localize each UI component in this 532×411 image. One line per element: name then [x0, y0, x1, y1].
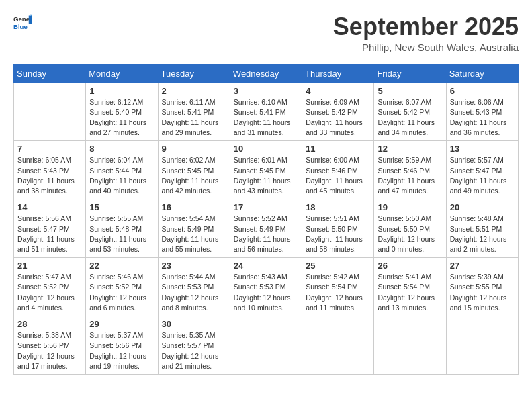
day-number: 13: [450, 144, 515, 154]
day-number: 29: [89, 319, 154, 329]
day-cell: 2Sunrise: 6:11 AMSunset: 5:41 PMDaylight…: [158, 83, 230, 141]
day-number: 4: [306, 86, 370, 96]
col-header-sunday: Sunday: [14, 64, 86, 83]
col-header-tuesday: Tuesday: [158, 64, 230, 83]
day-cell: 11Sunrise: 6:00 AMSunset: 5:46 PMDayligh…: [302, 141, 374, 199]
day-cell: 20Sunrise: 5:48 AMSunset: 5:51 PMDayligh…: [446, 199, 518, 258]
day-cell: 22Sunrise: 5:46 AMSunset: 5:52 PMDayligh…: [86, 258, 158, 316]
day-info: Sunrise: 6:02 AMSunset: 5:45 PMDaylight:…: [162, 155, 226, 196]
day-cell: 28Sunrise: 5:38 AMSunset: 5:56 PMDayligh…: [14, 316, 86, 375]
day-info: Sunrise: 5:35 AMSunset: 5:57 PMDaylight:…: [162, 330, 226, 371]
day-info: Sunrise: 5:50 AMSunset: 5:50 PMDaylight:…: [378, 214, 442, 255]
day-cell: 13Sunrise: 5:57 AMSunset: 5:47 PMDayligh…: [446, 141, 518, 199]
day-info: Sunrise: 6:00 AMSunset: 5:46 PMDaylight:…: [306, 155, 370, 196]
day-info: Sunrise: 6:12 AMSunset: 5:40 PMDaylight:…: [89, 97, 154, 138]
col-header-wednesday: Wednesday: [230, 64, 302, 83]
day-info: Sunrise: 6:06 AMSunset: 5:43 PMDaylight:…: [450, 97, 515, 138]
day-cell: [446, 316, 518, 375]
day-number: 2: [162, 86, 226, 96]
day-cell: 27Sunrise: 5:39 AMSunset: 5:55 PMDayligh…: [446, 258, 518, 316]
day-cell: [374, 316, 446, 375]
day-info: Sunrise: 6:04 AMSunset: 5:44 PMDaylight:…: [89, 155, 154, 196]
day-number: 24: [234, 261, 298, 271]
day-number: 26: [378, 261, 442, 271]
col-header-saturday: Saturday: [446, 64, 518, 83]
day-info: Sunrise: 5:46 AMSunset: 5:52 PMDaylight:…: [89, 272, 154, 313]
day-number: 16: [162, 202, 226, 212]
day-cell: 26Sunrise: 5:41 AMSunset: 5:54 PMDayligh…: [374, 258, 446, 316]
day-info: Sunrise: 6:10 AMSunset: 5:41 PMDaylight:…: [234, 97, 298, 138]
day-number: 9: [162, 144, 226, 154]
week-row-2: 7Sunrise: 6:05 AMSunset: 5:43 PMDaylight…: [14, 141, 519, 199]
day-cell: 10Sunrise: 6:01 AMSunset: 5:45 PMDayligh…: [230, 141, 302, 199]
day-number: 8: [89, 144, 154, 154]
day-cell: 18Sunrise: 5:51 AMSunset: 5:50 PMDayligh…: [302, 199, 374, 258]
day-cell: 16Sunrise: 5:54 AMSunset: 5:49 PMDayligh…: [158, 199, 230, 258]
day-info: Sunrise: 5:51 AMSunset: 5:50 PMDaylight:…: [306, 214, 370, 255]
day-cell: 25Sunrise: 5:42 AMSunset: 5:54 PMDayligh…: [302, 258, 374, 316]
day-cell: 15Sunrise: 5:55 AMSunset: 5:48 PMDayligh…: [86, 199, 158, 258]
week-row-4: 21Sunrise: 5:47 AMSunset: 5:52 PMDayligh…: [14, 258, 519, 316]
day-info: Sunrise: 5:48 AMSunset: 5:51 PMDaylight:…: [450, 214, 515, 255]
day-cell: 8Sunrise: 6:04 AMSunset: 5:44 PMDaylight…: [86, 141, 158, 199]
day-info: Sunrise: 5:47 AMSunset: 5:52 PMDaylight:…: [17, 272, 82, 313]
col-header-thursday: Thursday: [302, 64, 374, 83]
day-info: Sunrise: 6:01 AMSunset: 5:45 PMDaylight:…: [234, 155, 298, 196]
day-info: Sunrise: 5:37 AMSunset: 5:56 PMDaylight:…: [89, 330, 154, 371]
day-cell: 12Sunrise: 5:59 AMSunset: 5:46 PMDayligh…: [374, 141, 446, 199]
col-header-friday: Friday: [374, 64, 446, 83]
day-number: 18: [306, 202, 370, 212]
header-row: SundayMondayTuesdayWednesdayThursdayFrid…: [14, 64, 519, 83]
day-info: Sunrise: 6:05 AMSunset: 5:43 PMDaylight:…: [17, 155, 82, 196]
day-number: 5: [378, 86, 442, 96]
col-header-monday: Monday: [86, 64, 158, 83]
day-number: 1: [89, 86, 154, 96]
day-number: 20: [450, 202, 515, 212]
title-area: September 2025 Phillip, New South Wales,…: [333, 13, 519, 53]
day-info: Sunrise: 6:07 AMSunset: 5:42 PMDaylight:…: [378, 97, 442, 138]
day-number: 12: [378, 144, 442, 154]
week-row-5: 28Sunrise: 5:38 AMSunset: 5:56 PMDayligh…: [14, 316, 519, 375]
day-info: Sunrise: 5:54 AMSunset: 5:49 PMDaylight:…: [162, 214, 226, 255]
day-info: Sunrise: 5:56 AMSunset: 5:47 PMDaylight:…: [17, 214, 82, 255]
day-cell: 24Sunrise: 5:43 AMSunset: 5:53 PMDayligh…: [230, 258, 302, 316]
logo-icon: General Blue: [13, 13, 32, 32]
day-cell: [230, 316, 302, 375]
day-number: 3: [234, 86, 298, 96]
day-info: Sunrise: 5:41 AMSunset: 5:54 PMDaylight:…: [378, 272, 442, 313]
header: General Blue September 2025 Phillip, New…: [13, 13, 519, 53]
day-info: Sunrise: 5:38 AMSunset: 5:56 PMDaylight:…: [17, 330, 82, 371]
day-cell: 19Sunrise: 5:50 AMSunset: 5:50 PMDayligh…: [374, 199, 446, 258]
day-cell: 29Sunrise: 5:37 AMSunset: 5:56 PMDayligh…: [86, 316, 158, 375]
day-number: 27: [450, 261, 515, 271]
day-cell: 21Sunrise: 5:47 AMSunset: 5:52 PMDayligh…: [14, 258, 86, 316]
day-info: Sunrise: 6:09 AMSunset: 5:42 PMDaylight:…: [306, 97, 370, 138]
day-info: Sunrise: 5:52 AMSunset: 5:49 PMDaylight:…: [234, 214, 298, 255]
day-number: 28: [17, 319, 82, 329]
svg-marker-2: [29, 16, 32, 24]
day-cell: 14Sunrise: 5:56 AMSunset: 5:47 PMDayligh…: [14, 199, 86, 258]
day-info: Sunrise: 5:42 AMSunset: 5:54 PMDaylight:…: [306, 272, 370, 313]
day-info: Sunrise: 5:43 AMSunset: 5:53 PMDaylight:…: [234, 272, 298, 313]
day-cell: 7Sunrise: 6:05 AMSunset: 5:43 PMDaylight…: [14, 141, 86, 199]
day-cell: 5Sunrise: 6:07 AMSunset: 5:42 PMDaylight…: [374, 83, 446, 141]
day-info: Sunrise: 5:39 AMSunset: 5:55 PMDaylight:…: [450, 272, 515, 313]
day-number: 30: [162, 319, 226, 329]
day-cell: 3Sunrise: 6:10 AMSunset: 5:41 PMDaylight…: [230, 83, 302, 141]
logo: General Blue: [13, 13, 32, 32]
month-title: September 2025: [333, 13, 519, 40]
day-number: 22: [89, 261, 154, 271]
location-title: Phillip, New South Wales, Australia: [333, 42, 519, 53]
week-row-3: 14Sunrise: 5:56 AMSunset: 5:47 PMDayligh…: [14, 199, 519, 258]
day-number: 25: [306, 261, 370, 271]
day-info: Sunrise: 5:59 AMSunset: 5:46 PMDaylight:…: [378, 155, 442, 196]
day-cell: 4Sunrise: 6:09 AMSunset: 5:42 PMDaylight…: [302, 83, 374, 141]
day-info: Sunrise: 6:11 AMSunset: 5:41 PMDaylight:…: [162, 97, 226, 138]
day-info: Sunrise: 5:44 AMSunset: 5:53 PMDaylight:…: [162, 272, 226, 313]
day-cell: 1Sunrise: 6:12 AMSunset: 5:40 PMDaylight…: [86, 83, 158, 141]
svg-text:Blue: Blue: [13, 23, 28, 30]
calendar-table: SundayMondayTuesdayWednesdayThursdayFrid…: [13, 64, 519, 375]
day-info: Sunrise: 5:57 AMSunset: 5:47 PMDaylight:…: [450, 155, 515, 196]
day-number: 15: [89, 202, 154, 212]
day-number: 21: [17, 261, 82, 271]
